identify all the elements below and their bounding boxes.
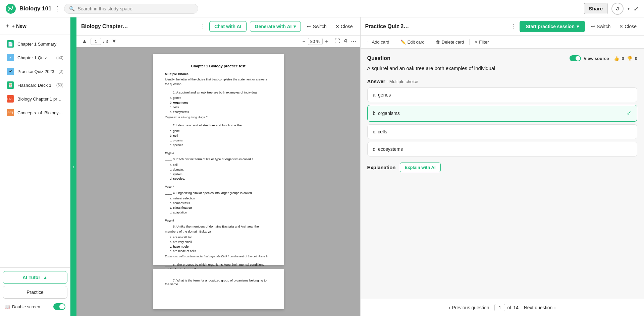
answer-label: Answer - Multiple choice xyxy=(367,78,638,84)
chevron-down-icon: ▾ xyxy=(293,24,296,29)
left-panel-more-icon[interactable]: ⋮ xyxy=(200,23,206,30)
avatar-chevron-icon[interactable]: ▾ xyxy=(628,6,630,11)
generate-ai-button[interactable]: Generate with AI ▾ xyxy=(250,21,301,32)
expand-icon[interactable]: ⤢ xyxy=(634,5,639,12)
search-input[interactable] xyxy=(77,6,193,11)
pdf-toolbar: ▲ / 3 ▼ － 80 % ＋ ⛶ 🖨 ⋯ xyxy=(76,36,360,47)
main-layout: ＋ + New 📄 Chapter 1 Summary ✔ Chapter 1 … xyxy=(0,17,644,316)
add-card-button[interactable]: ＋ Add card xyxy=(366,39,389,45)
pdf-page-total: / 3 xyxy=(103,39,108,44)
ai-tutor-button[interactable]: AI Tutor ▲ xyxy=(3,271,67,284)
nav-right: Share J ▾ ⤢ xyxy=(584,3,639,15)
sidebar-item-chapter1summary[interactable]: 📄 Chapter 1 Summary xyxy=(2,37,68,51)
filter-button[interactable]: ▿ Filter xyxy=(475,40,489,45)
answer-option-b[interactable]: b. organisms ✓ xyxy=(367,105,638,122)
question-label: Question View source 👍 0 xyxy=(367,55,638,61)
left-panel-header: Biology Chapter… ⋮ Chat with AI Generate… xyxy=(76,17,360,36)
page6-label: Page 6 xyxy=(165,151,272,155)
zoom-in-btn[interactable]: ＋ xyxy=(324,38,329,45)
collapse-sidebar-tab[interactable]: ‹ xyxy=(70,17,76,316)
svg-point-1 xyxy=(8,6,10,8)
fullscreen-btn[interactable]: ⛶ xyxy=(335,38,340,44)
q1-blank: ____ 1. xyxy=(165,90,176,94)
action-separator xyxy=(395,39,395,45)
sidebar-item-chapter1quiz[interactable]: ✔ Chapter 1 Quiz (50) xyxy=(2,51,68,64)
check-icon: ✓ xyxy=(627,110,632,117)
page-number-input[interactable] xyxy=(494,304,505,311)
answer-option-c[interactable]: c. cells xyxy=(367,124,638,139)
action-separator xyxy=(430,39,430,45)
sidebar-item-flashcard[interactable]: 🃏 Flashcard Deck 1 (50) xyxy=(2,78,68,92)
dislike-count: 0 xyxy=(635,56,637,61)
print-btn[interactable]: 🖨 xyxy=(343,38,348,44)
pdf-more-btn[interactable]: ⋯ xyxy=(351,38,356,45)
toggle-knob xyxy=(59,304,65,309)
pdf-prev-btn[interactable]: ▲ xyxy=(80,38,89,45)
sidebar-item-biologypdf[interactable]: PDF Biology Chapter 1 practice t… xyxy=(2,92,68,106)
left-panel-close-button[interactable]: ✕ Close xyxy=(333,22,356,30)
app-logo[interactable] xyxy=(5,3,16,14)
delete-card-button[interactable]: 🗑 Delete card xyxy=(436,40,464,45)
next-question-button[interactable]: Next question › xyxy=(524,305,556,310)
sidebar-items: 📄 Chapter 1 Summary ✔ Chapter 1 Quiz (50… xyxy=(0,35,70,267)
trash-icon: 🗑 xyxy=(436,40,440,45)
page8-label: Page 8 xyxy=(165,218,272,223)
pdf-question-2: ____ 2. Life's basic unit of structure a… xyxy=(165,123,272,147)
pdf-question-1: ____ 1. A squirrel and an oak tree are b… xyxy=(165,90,272,120)
zoom-value[interactable]: 80 % xyxy=(308,38,323,45)
pdf-content: Chapter 1 Biology practice test Multiple… xyxy=(76,47,360,316)
pdf-mc-inst: Identify the letter of the choice that b… xyxy=(165,77,272,87)
thumbs-down-icon[interactable]: 👎 xyxy=(627,56,632,61)
page7-label: Page 7 xyxy=(165,185,272,189)
question-text: A squirrel and an oak tree are both exam… xyxy=(367,65,638,72)
view-source-toggle-switch[interactable] xyxy=(570,55,581,61)
avatar[interactable]: J xyxy=(611,3,624,15)
zoom-out-btn[interactable]: － xyxy=(301,38,307,45)
close-icon: ✕ xyxy=(335,24,339,29)
share-button[interactable]: Share xyxy=(584,3,607,14)
right-panel-switch-button[interactable]: ↩ Switch xyxy=(588,22,613,30)
sidebar-item-label: Flashcard Deck 1 xyxy=(17,83,53,88)
start-practice-button[interactable]: Start practice session ▾ xyxy=(520,21,585,32)
edit-card-button[interactable]: ✏️ Edit card xyxy=(400,40,425,45)
search-bar[interactable]: 🔍 xyxy=(64,4,198,14)
answer-option-a[interactable]: a. genes xyxy=(367,87,638,102)
sidebar-item-label: Chapter 1 Summary xyxy=(17,42,63,47)
new-button[interactable]: ＋ + New xyxy=(0,17,70,35)
left-panel-title: Biology Chapter… xyxy=(81,23,197,29)
plus-icon: ＋ xyxy=(5,23,10,29)
double-screen-toggle[interactable] xyxy=(53,303,65,310)
switch-icon: ↩ xyxy=(591,24,595,29)
answer-option-d[interactable]: d. ecosystems xyxy=(367,142,638,156)
chevron-right-icon: › xyxy=(554,305,556,310)
practice-button[interactable]: Practice xyxy=(3,286,67,299)
sidebar-item-practicequiz[interactable]: ✔ Practice Quiz 2023 (0) xyxy=(2,65,68,78)
right-panel-more-icon[interactable]: ⋮ xyxy=(510,23,516,30)
pdf-nav: ▲ / 3 ▼ xyxy=(80,38,118,45)
pdf-icon: PDF xyxy=(7,95,14,103)
view-source-toggle: View source xyxy=(570,55,609,61)
answer-type: - Multiple choice xyxy=(387,79,418,84)
filter-icon: ▿ xyxy=(475,40,477,45)
practicequiz-icon: ✔ xyxy=(7,68,14,75)
thumbs-up-icon[interactable]: 👍 xyxy=(614,56,619,61)
quiz-body: Question View source 👍 0 xyxy=(361,49,644,299)
pdf-next-btn[interactable]: ▼ xyxy=(110,38,118,45)
chat-ai-button[interactable]: Chat with AI xyxy=(209,21,246,32)
left-panel-switch-button[interactable]: ↩ Switch xyxy=(304,22,329,30)
sidebar-item-count: (0) xyxy=(58,69,63,74)
right-panel-close-button[interactable]: ✕ Close xyxy=(616,22,639,30)
sidebar-item-conceptsppt[interactable]: PPT Concepts_of_Biology_Chap… xyxy=(2,106,68,119)
sidebar-item-count: (50) xyxy=(56,55,63,60)
explain-ai-button[interactable]: Explain with AI xyxy=(400,163,441,172)
chapter1quiz-icon: ✔ xyxy=(7,54,14,61)
sidebar-item-label: Chapter 1 Quiz xyxy=(17,55,53,60)
question-section: Question View source 👍 0 xyxy=(367,55,638,72)
pdf-page-input[interactable] xyxy=(91,38,101,45)
pdf-page-partial: ____ 7. What is the term for a localized… xyxy=(153,269,284,309)
quiz-footer: ‹ Previous question of 14 Next question … xyxy=(361,299,644,316)
prev-question-button[interactable]: ‹ Previous question xyxy=(448,305,489,310)
app-more-icon[interactable]: ⋮ xyxy=(55,5,61,12)
pdf-zoom: － 80 % ＋ xyxy=(301,38,329,45)
search-icon: 🔍 xyxy=(69,6,75,11)
